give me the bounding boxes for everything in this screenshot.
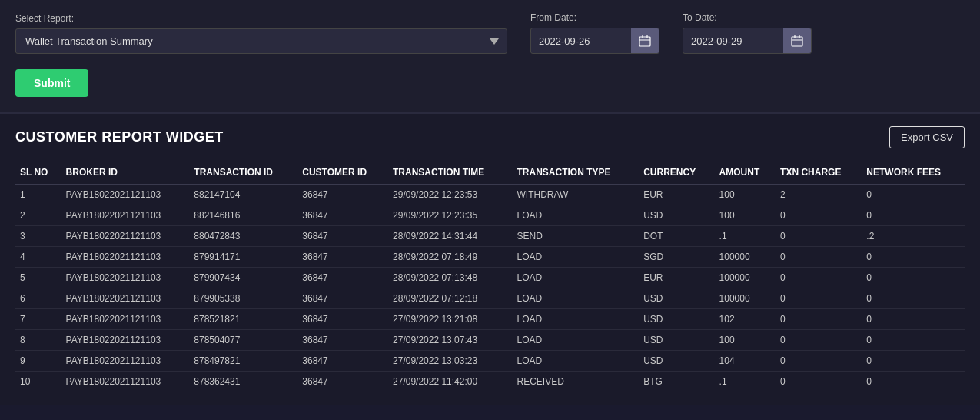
- table-cell-transaction-time: 28/09/2022 07:13:48: [388, 268, 512, 288]
- table-cell-txn-charge: 0: [776, 330, 862, 351]
- table-cell-sl-no: 1: [15, 185, 61, 205]
- export-csv-button[interactable]: Export CSV: [889, 126, 965, 148]
- table-cell-amount: 100: [715, 330, 776, 351]
- table-cell-transaction-time: 27/09/2022 13:21:08: [388, 309, 512, 330]
- table-row: 9PAYB180220211211038784978213684727/09/2…: [15, 351, 965, 372]
- table-row: 6PAYB180220211211038799053383684728/09/2…: [15, 288, 965, 309]
- table-cell-network-fees: .2: [862, 226, 965, 247]
- table-cell-txn-charge: 0: [776, 288, 862, 309]
- table-cell-customer-id: 36847: [297, 205, 388, 226]
- table-cell-customer-id: 36847: [297, 372, 388, 392]
- table-cell-broker-id: PAYB18022021121103: [61, 247, 190, 268]
- table-cell-customer-id: 36847: [297, 309, 388, 330]
- table-cell-transaction-time: 27/09/2022 11:42:00: [388, 372, 512, 392]
- col-header-txn-charge: TXN CHARGE: [776, 161, 862, 185]
- table-cell-transaction-type: LOAD: [512, 268, 639, 288]
- table-cell-currency: USD: [639, 205, 714, 226]
- table-cell-customer-id: 36847: [297, 351, 388, 372]
- table-section: CUSTOMER REPORT WIDGET Export CSV SL NOB…: [0, 114, 980, 405]
- table-cell-amount: 100000: [715, 288, 776, 309]
- table-cell-broker-id: PAYB18022021121103: [61, 226, 190, 247]
- table-cell-customer-id: 36847: [297, 288, 388, 309]
- table-cell-transaction-time: 27/09/2022 13:07:43: [388, 330, 512, 351]
- table-row: 2PAYB180220211211038821468163684729/09/2…: [15, 205, 965, 226]
- report-select-group: Select Report: Wallet Transaction Summar…: [15, 13, 507, 54]
- table-cell-transaction-id: 878497821: [189, 351, 297, 372]
- col-header-transaction-id: TRANSACTION ID: [189, 161, 297, 185]
- table-row: 3PAYB180220211211038804728433684728/09/2…: [15, 226, 965, 247]
- table-cell-currency: EUR: [639, 268, 714, 288]
- table-cell-txn-charge: 0: [776, 205, 862, 226]
- table-cell-network-fees: 0: [862, 185, 965, 205]
- table-cell-transaction-type: LOAD: [512, 330, 639, 351]
- table-cell-customer-id: 36847: [297, 247, 388, 268]
- table-cell-amount: .1: [715, 226, 776, 247]
- table-body: 1PAYB180220211211038821471043684729/09/2…: [15, 185, 965, 392]
- table-cell-transaction-id: 879914171: [189, 247, 297, 268]
- table-cell-sl-no: 9: [15, 351, 61, 372]
- table-cell-txn-charge: 0: [776, 268, 862, 288]
- table-cell-txn-charge: 0: [776, 372, 862, 392]
- table-cell-amount: 100: [715, 205, 776, 226]
- table-cell-transaction-type: LOAD: [512, 351, 639, 372]
- table-cell-transaction-time: 28/09/2022 07:18:49: [388, 247, 512, 268]
- table-cell-sl-no: 7: [15, 309, 61, 330]
- submit-button[interactable]: Submit: [15, 69, 88, 97]
- table-cell-sl-no: 10: [15, 372, 61, 392]
- table-cell-transaction-id: 879905338: [189, 288, 297, 309]
- table-cell-amount: 100000: [715, 268, 776, 288]
- from-date-input[interactable]: [531, 29, 631, 53]
- svg-rect-4: [792, 37, 802, 46]
- table-cell-amount: 100: [715, 185, 776, 205]
- table-cell-currency: USD: [639, 330, 714, 351]
- calendar-icon: [639, 35, 651, 47]
- widget-title: CUSTOMER REPORT WIDGET: [15, 129, 224, 145]
- table-row: 5PAYB180220211211038799074343684728/09/2…: [15, 268, 965, 288]
- table-cell-transaction-id: 882146816: [189, 205, 297, 226]
- to-date-wrapper: [683, 28, 812, 54]
- from-date-label: From Date:: [530, 12, 659, 23]
- table-cell-customer-id: 36847: [297, 268, 388, 288]
- report-select[interactable]: Wallet Transaction Summary: [15, 28, 507, 54]
- col-header-amount: AMOUNT: [715, 161, 776, 185]
- table-cell-network-fees: 0: [862, 351, 965, 372]
- table-cell-transaction-time: 28/09/2022 14:31:44: [388, 226, 512, 247]
- table-cell-transaction-type: RECEIVED: [512, 372, 639, 392]
- table-cell-sl-no: 3: [15, 226, 61, 247]
- table-row: 10PAYB180220211211038783624313684727/09/…: [15, 372, 965, 392]
- to-date-input[interactable]: [683, 29, 783, 53]
- table-cell-amount: 100000: [715, 247, 776, 268]
- table-cell-broker-id: PAYB18022021121103: [61, 268, 190, 288]
- table-cell-customer-id: 36847: [297, 226, 388, 247]
- table-cell-transaction-id: 878362431: [189, 372, 297, 392]
- table-row: 7PAYB180220211211038785218213684727/09/2…: [15, 309, 965, 330]
- to-date-group: To Date:: [683, 12, 812, 54]
- to-date-label: To Date:: [683, 12, 812, 23]
- from-date-calendar-button[interactable]: [631, 28, 659, 53]
- table-cell-txn-charge: 0: [776, 226, 862, 247]
- table-cell-transaction-time: 28/09/2022 07:12:18: [388, 288, 512, 309]
- filter-section: Select Report: Wallet Transaction Summar…: [0, 0, 980, 114]
- table-cell-transaction-type: WITHDRAW: [512, 185, 639, 205]
- table-cell-currency: SGD: [639, 247, 714, 268]
- table-cell-currency: USD: [639, 351, 714, 372]
- table-cell-txn-charge: 0: [776, 351, 862, 372]
- table-cell-broker-id: PAYB18022021121103: [61, 288, 190, 309]
- calendar-icon-2: [791, 35, 803, 47]
- table-cell-transaction-type: LOAD: [512, 205, 639, 226]
- table-header-row: CUSTOMER REPORT WIDGET Export CSV: [15, 126, 965, 148]
- to-date-calendar-button[interactable]: [783, 28, 811, 53]
- table-cell-customer-id: 36847: [297, 330, 388, 351]
- col-header-transaction-type: TRANSACTION TYPE: [512, 161, 639, 185]
- table-cell-transaction-id: 878521821: [189, 309, 297, 330]
- table-cell-transaction-id: 880472843: [189, 226, 297, 247]
- table-cell-amount: .1: [715, 372, 776, 392]
- table-cell-network-fees: 0: [862, 288, 965, 309]
- table-cell-broker-id: PAYB18022021121103: [61, 372, 190, 392]
- col-header-sl-no: SL NO: [15, 161, 61, 185]
- table-cell-transaction-id: 882147104: [189, 185, 297, 205]
- table-cell-network-fees: 0: [862, 247, 965, 268]
- col-header-broker-id: BROKER ID: [61, 161, 190, 185]
- table-cell-network-fees: 0: [862, 268, 965, 288]
- table-cell-transaction-type: LOAD: [512, 247, 639, 268]
